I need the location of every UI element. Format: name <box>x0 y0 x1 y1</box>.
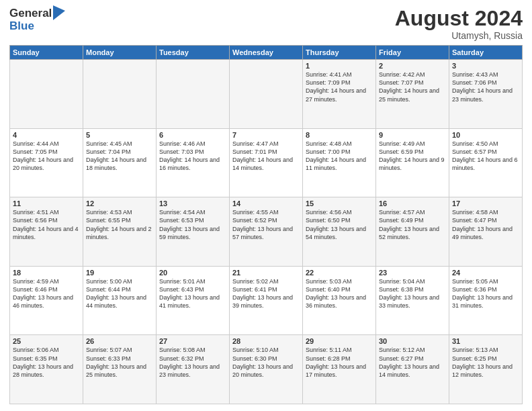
day-info: Sunrise: 5:03 AM Sunset: 6:40 PM Dayligh… <box>306 277 373 310</box>
page: General Blue August 2024 Utamysh, Russia… <box>0 0 532 411</box>
table-row: 29Sunrise: 5:11 AM Sunset: 6:28 PM Dayli… <box>303 335 376 404</box>
table-row: 26Sunrise: 5:07 AM Sunset: 6:33 PM Dayli… <box>83 335 157 404</box>
calendar-header-row: Sunday Monday Tuesday Wednesday Thursday… <box>10 46 523 60</box>
day-info: Sunrise: 4:43 AM Sunset: 7:06 PM Dayligh… <box>452 71 519 103</box>
day-number: 17 <box>452 199 519 208</box>
day-info: Sunrise: 4:50 AM Sunset: 6:57 PM Dayligh… <box>452 140 519 173</box>
table-row: 17Sunrise: 4:58 AM Sunset: 6:47 PM Dayli… <box>449 197 523 267</box>
day-number: 9 <box>379 131 446 139</box>
day-info: Sunrise: 5:04 AM Sunset: 6:38 PM Dayligh… <box>379 277 446 310</box>
day-info: Sunrise: 4:45 AM Sunset: 7:04 PM Dayligh… <box>86 140 153 173</box>
table-row: 6Sunrise: 4:46 AM Sunset: 7:03 PM Daylig… <box>157 128 230 197</box>
table-row: 30Sunrise: 5:12 AM Sunset: 6:27 PM Dayli… <box>376 335 449 404</box>
table-row <box>230 60 303 129</box>
table-row: 28Sunrise: 5:10 AM Sunset: 6:30 PM Dayli… <box>230 335 303 404</box>
col-saturday: Saturday <box>449 46 523 60</box>
day-number: 30 <box>379 337 446 345</box>
day-number: 2 <box>379 62 446 70</box>
table-row: 18Sunrise: 4:59 AM Sunset: 6:46 PM Dayli… <box>10 266 83 335</box>
day-number: 7 <box>232 131 300 139</box>
day-info: Sunrise: 5:06 AM Sunset: 6:35 PM Dayligh… <box>13 346 80 379</box>
day-number: 3 <box>452 62 519 70</box>
day-info: Sunrise: 4:51 AM Sunset: 6:56 PM Dayligh… <box>13 208 80 241</box>
calendar-week-3: 11Sunrise: 4:51 AM Sunset: 6:56 PM Dayli… <box>10 197 523 267</box>
day-info: Sunrise: 4:47 AM Sunset: 7:01 PM Dayligh… <box>232 140 300 173</box>
table-row <box>83 60 157 129</box>
day-number: 28 <box>232 337 300 345</box>
table-row: 12Sunrise: 4:53 AM Sunset: 6:55 PM Dayli… <box>83 197 157 267</box>
col-sunday: Sunday <box>10 46 83 60</box>
table-row: 8Sunrise: 4:48 AM Sunset: 7:00 PM Daylig… <box>303 128 376 197</box>
table-row: 2Sunrise: 4:42 AM Sunset: 7:07 PM Daylig… <box>376 60 449 129</box>
table-row: 14Sunrise: 4:55 AM Sunset: 6:52 PM Dayli… <box>230 197 303 267</box>
calendar-week-4: 18Sunrise: 4:59 AM Sunset: 6:46 PM Dayli… <box>10 266 523 335</box>
day-number: 21 <box>232 269 300 277</box>
logo-general: General <box>9 7 52 20</box>
table-row: 20Sunrise: 5:01 AM Sunset: 6:43 PM Dayli… <box>157 266 230 335</box>
day-number: 15 <box>306 199 373 208</box>
table-row: 31Sunrise: 5:13 AM Sunset: 6:25 PM Dayli… <box>449 335 523 404</box>
day-info: Sunrise: 4:53 AM Sunset: 6:55 PM Dayligh… <box>86 208 153 241</box>
table-row: 25Sunrise: 5:06 AM Sunset: 6:35 PM Dayli… <box>10 335 83 404</box>
logo-icon <box>53 5 65 20</box>
day-number: 6 <box>159 131 226 139</box>
day-info: Sunrise: 5:07 AM Sunset: 6:33 PM Dayligh… <box>86 346 153 379</box>
day-number: 31 <box>452 337 519 345</box>
day-info: Sunrise: 4:46 AM Sunset: 7:03 PM Dayligh… <box>159 140 226 173</box>
day-info: Sunrise: 4:44 AM Sunset: 7:05 PM Dayligh… <box>13 140 80 173</box>
logo-blue: Blue <box>9 20 65 33</box>
day-number: 29 <box>306 337 373 345</box>
table-row: 24Sunrise: 5:05 AM Sunset: 6:36 PM Dayli… <box>449 266 523 335</box>
day-info: Sunrise: 5:01 AM Sunset: 6:43 PM Dayligh… <box>159 277 226 310</box>
table-row: 4Sunrise: 4:44 AM Sunset: 7:05 PM Daylig… <box>10 128 83 197</box>
day-number: 24 <box>452 269 519 277</box>
day-info: Sunrise: 4:58 AM Sunset: 6:47 PM Dayligh… <box>452 208 519 241</box>
day-info: Sunrise: 4:41 AM Sunset: 7:09 PM Dayligh… <box>306 71 373 103</box>
day-number: 8 <box>306 131 373 139</box>
day-info: Sunrise: 5:12 AM Sunset: 6:27 PM Dayligh… <box>379 346 446 379</box>
day-number: 27 <box>159 337 226 345</box>
day-info: Sunrise: 5:05 AM Sunset: 6:36 PM Dayligh… <box>452 277 519 310</box>
table-row: 19Sunrise: 5:00 AM Sunset: 6:44 PM Dayli… <box>83 266 157 335</box>
col-thursday: Thursday <box>303 46 376 60</box>
day-number: 19 <box>86 269 153 277</box>
day-info: Sunrise: 4:54 AM Sunset: 6:53 PM Dayligh… <box>159 208 226 241</box>
col-friday: Friday <box>376 46 449 60</box>
day-info: Sunrise: 5:00 AM Sunset: 6:44 PM Dayligh… <box>86 277 153 310</box>
day-info: Sunrise: 4:49 AM Sunset: 6:59 PM Dayligh… <box>379 140 446 173</box>
day-number: 22 <box>306 269 373 277</box>
table-row: 27Sunrise: 5:08 AM Sunset: 6:32 PM Dayli… <box>157 335 230 404</box>
day-info: Sunrise: 4:42 AM Sunset: 7:07 PM Dayligh… <box>379 71 446 103</box>
day-info: Sunrise: 5:08 AM Sunset: 6:32 PM Dayligh… <box>159 346 226 379</box>
title-block: August 2024 Utamysh, Russia <box>395 7 523 41</box>
day-info: Sunrise: 5:13 AM Sunset: 6:25 PM Dayligh… <box>452 346 519 379</box>
table-row <box>10 60 83 129</box>
day-number: 25 <box>13 337 80 345</box>
col-monday: Monday <box>83 46 157 60</box>
day-number: 18 <box>13 269 80 277</box>
table-row: 15Sunrise: 4:56 AM Sunset: 6:50 PM Dayli… <box>303 197 376 267</box>
day-number: 12 <box>86 199 153 208</box>
calendar-table: Sunday Monday Tuesday Wednesday Thursday… <box>9 45 523 404</box>
table-row: 10Sunrise: 4:50 AM Sunset: 6:57 PM Dayli… <box>449 128 523 197</box>
day-number: 1 <box>306 62 373 70</box>
day-number: 23 <box>379 269 446 277</box>
day-info: Sunrise: 4:48 AM Sunset: 7:00 PM Dayligh… <box>306 140 373 173</box>
month-year: August 2024 <box>395 7 523 30</box>
table-row: 16Sunrise: 4:57 AM Sunset: 6:49 PM Dayli… <box>376 197 449 267</box>
day-number: 5 <box>86 131 153 139</box>
col-wednesday: Wednesday <box>230 46 303 60</box>
header: General Blue August 2024 Utamysh, Russia <box>9 7 523 41</box>
table-row: 3Sunrise: 4:43 AM Sunset: 7:06 PM Daylig… <box>449 60 523 129</box>
table-row: 13Sunrise: 4:54 AM Sunset: 6:53 PM Dayli… <box>157 197 230 267</box>
day-number: 26 <box>86 337 153 345</box>
table-row: 1Sunrise: 4:41 AM Sunset: 7:09 PM Daylig… <box>303 60 376 129</box>
day-number: 10 <box>452 131 519 139</box>
table-row: 22Sunrise: 5:03 AM Sunset: 6:40 PM Dayli… <box>303 266 376 335</box>
logo-text: General Blue <box>9 7 65 33</box>
table-row: 7Sunrise: 4:47 AM Sunset: 7:01 PM Daylig… <box>230 128 303 197</box>
logo: General Blue <box>9 7 65 33</box>
day-number: 13 <box>159 199 226 208</box>
svg-marker-0 <box>53 5 65 20</box>
day-number: 14 <box>232 199 300 208</box>
